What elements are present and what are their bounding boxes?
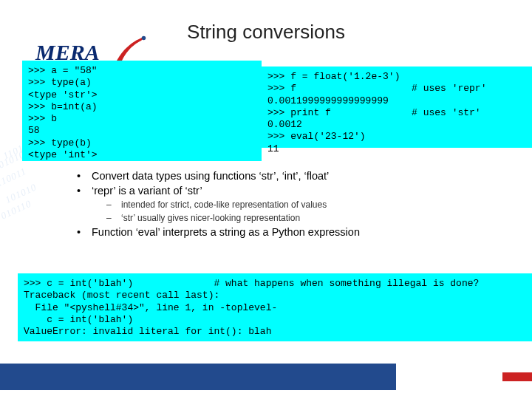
bullets: Convert data types using functions ‘str’… bbox=[62, 167, 505, 241]
bg-binary: 010110 bbox=[0, 197, 33, 222]
bg-binary: 110011 bbox=[0, 166, 28, 190]
sub-bullet: ‘str’ usually gives nicer-looking repres… bbox=[121, 213, 505, 223]
bullet-item: Convert data types using functions ‘str’… bbox=[92, 170, 505, 182]
bg-binary: 101010 bbox=[4, 181, 39, 206]
slide-title: String conversions bbox=[0, 21, 532, 44]
sub-bullet: intended for strict, code-like represent… bbox=[121, 200, 505, 210]
bullet-item: ‘repr’ is a variant of ‘str’ intended fo… bbox=[92, 185, 505, 223]
code-block-float-eval: >>> f = float('1.2e-3') >>> f # uses 're… bbox=[262, 66, 532, 148]
code-block-str-int: >>> a = "58" >>> type(a) <type 'str'> >>… bbox=[22, 61, 262, 161]
footer-accent bbox=[502, 372, 532, 381]
footer-bar bbox=[0, 364, 396, 390]
code-block-error: >>> c = int('blah') # what happens when … bbox=[18, 273, 532, 341]
bullet-item: Function ‘eval’ interprets a string as a… bbox=[92, 226, 505, 238]
